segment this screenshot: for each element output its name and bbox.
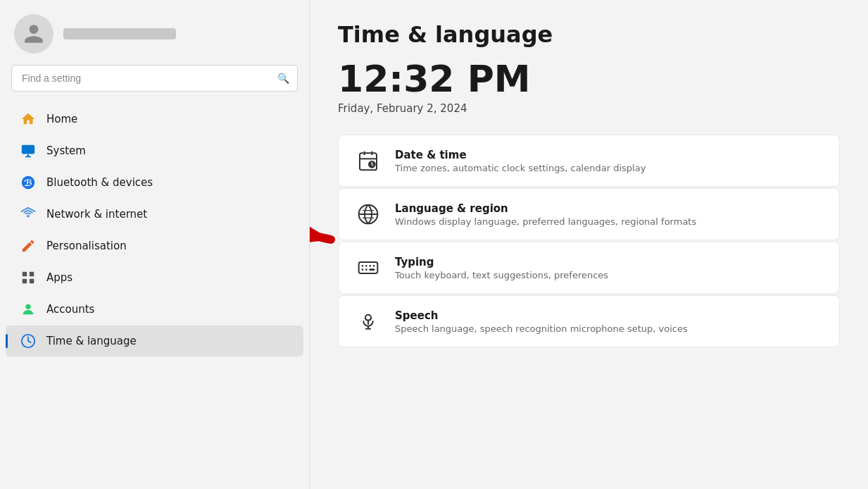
speech-icon bbox=[356, 309, 381, 334]
bluetooth-icon: ℬ bbox=[20, 174, 37, 191]
speech-title: Speech bbox=[395, 309, 688, 322]
settings-card-typing[interactable]: Typing Touch keyboard, text suggestions,… bbox=[338, 242, 840, 294]
language-title: Language & region bbox=[395, 202, 696, 215]
sidebar: 🔍 Home System bbox=[0, 0, 310, 489]
speech-text: Speech Speech language, speech recogniti… bbox=[395, 309, 688, 334]
sidebar-item-personalisation-label: Personalisation bbox=[46, 240, 127, 252]
svg-rect-5 bbox=[30, 272, 34, 276]
date-time-title: Date & time bbox=[395, 149, 646, 161]
sidebar-item-bluetooth-label: Bluetooth & devices bbox=[46, 176, 153, 189]
svg-text:ℬ: ℬ bbox=[24, 178, 32, 188]
svg-rect-7 bbox=[30, 279, 34, 283]
sidebar-item-apps-label: Apps bbox=[46, 271, 73, 284]
typing-title: Typing bbox=[395, 256, 608, 268]
speech-description: Speech language, speech recognition micr… bbox=[395, 323, 688, 334]
arrow-language bbox=[310, 204, 338, 254]
sidebar-item-personalisation[interactable]: Personalisation bbox=[6, 230, 303, 261]
sidebar-item-system-label: System bbox=[46, 144, 86, 157]
sidebar-item-bluetooth[interactable]: ℬ Bluetooth & devices bbox=[6, 167, 303, 198]
sidebar-item-network-label: Network & internet bbox=[46, 208, 147, 221]
sidebar-item-accounts[interactable]: Accounts bbox=[6, 294, 303, 325]
sidebar-item-home-label: Home bbox=[46, 113, 77, 125]
time-language-icon bbox=[20, 333, 37, 349]
accounts-icon bbox=[20, 301, 37, 318]
date-time-icon bbox=[356, 148, 381, 173]
settings-card-language[interactable]: Language & region Windows display langua… bbox=[338, 188, 840, 240]
personalisation-icon bbox=[20, 237, 37, 254]
date-time-text: Date & time Time zones, automatic clock … bbox=[395, 149, 646, 173]
typing-icon bbox=[356, 255, 381, 280]
apps-icon bbox=[20, 269, 37, 286]
search-icon: 🔍 bbox=[277, 73, 289, 84]
search-input[interactable] bbox=[11, 65, 298, 92]
language-description: Windows display language, preferred lang… bbox=[395, 216, 696, 227]
page-title: Time & language bbox=[338, 21, 840, 48]
svg-rect-4 bbox=[23, 272, 27, 276]
username-display bbox=[63, 28, 176, 39]
system-icon bbox=[20, 142, 37, 159]
main-content: Time & language 12:32 PM Friday, Februar… bbox=[310, 0, 868, 489]
avatar bbox=[14, 14, 54, 54]
current-time-display: 12:32 PM bbox=[338, 59, 840, 99]
current-date-display: Friday, February 2, 2024 bbox=[338, 102, 840, 115]
typing-description: Touch keyboard, text suggestions, prefer… bbox=[395, 270, 608, 280]
date-time-description: Time zones, automatic clock settings, ca… bbox=[395, 163, 646, 173]
settings-card-date-time[interactable]: Date & time Time zones, automatic clock … bbox=[338, 135, 840, 187]
language-icon bbox=[356, 202, 381, 227]
sidebar-item-accounts-label: Accounts bbox=[46, 303, 94, 316]
network-icon bbox=[20, 206, 37, 223]
sidebar-item-network[interactable]: Network & internet bbox=[6, 199, 303, 230]
typing-text: Typing Touch keyboard, text suggestions,… bbox=[395, 256, 608, 280]
settings-card-speech[interactable]: Speech Speech language, speech recogniti… bbox=[338, 295, 840, 347]
user-section bbox=[0, 0, 309, 65]
home-icon bbox=[20, 111, 37, 128]
sidebar-item-apps[interactable]: Apps bbox=[6, 262, 303, 293]
svg-rect-6 bbox=[23, 279, 27, 283]
sidebar-item-time[interactable]: Time & language bbox=[6, 326, 303, 357]
sidebar-item-home[interactable]: Home bbox=[6, 104, 303, 135]
settings-list: Date & time Time zones, automatic clock … bbox=[338, 135, 840, 347]
svg-rect-16 bbox=[359, 262, 378, 273]
svg-rect-0 bbox=[22, 145, 34, 154]
svg-point-8 bbox=[25, 304, 30, 309]
nav-list: Home System ℬ Bluetooth & devices bbox=[0, 103, 309, 489]
svg-point-3 bbox=[27, 215, 30, 218]
user-icon bbox=[23, 23, 45, 45]
sidebar-item-system[interactable]: System bbox=[6, 135, 303, 166]
sidebar-item-time-label: Time & language bbox=[46, 335, 137, 347]
language-text: Language & region Windows display langua… bbox=[395, 202, 696, 227]
search-box[interactable]: 🔍 bbox=[11, 65, 298, 92]
